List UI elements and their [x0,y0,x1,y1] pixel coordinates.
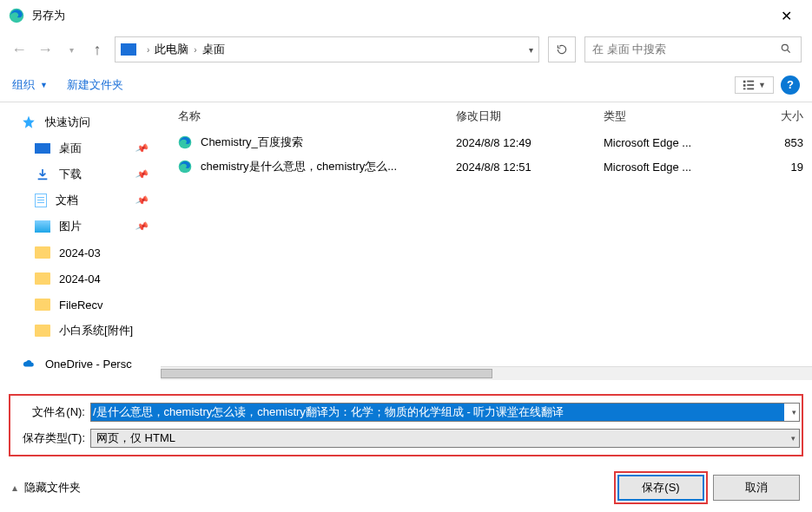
recent-locations-button[interactable]: ▾ [63,45,80,55]
sidebar-item-desktop[interactable]: 桌面 📌 [0,135,161,161]
file-type: Microsoft Edge ... [604,136,743,149]
search-input[interactable]: 在 桌面 中搜索 [584,36,802,62]
edge-icon [178,135,192,149]
form-area: 文件名(N): /是什么意思，chemistry怎么读，chemistry翻译为… [0,380,812,462]
filetype-combo[interactable]: 网页，仅 HTML ▾ [90,429,800,448]
sidebar-label: FileRecv [59,299,103,312]
file-date: 2024/8/8 12:51 [456,161,604,174]
up-button[interactable]: ↑ [89,41,106,59]
close-button[interactable]: ✕ [769,8,803,24]
organize-button[interactable]: 组织 ▼ [12,77,48,93]
sidebar-quick-access[interactable]: 快速访问 [0,109,161,135]
breadcrumb-sep-icon: › [194,45,196,55]
sidebar-label: 快速访问 [45,115,90,130]
pictures-icon [35,220,50,233]
edge-icon [9,8,24,23]
search-icon [780,43,792,57]
column-header-name[interactable]: 名称 [178,108,456,124]
filetype-label: 保存类型(T): [12,430,90,446]
refresh-button[interactable] [548,36,576,62]
view-options-button[interactable]: ▼ [735,76,774,94]
address-bar[interactable]: › 此电脑 › 桌面 ▾ [115,36,539,62]
svg-rect-7 [747,84,754,86]
file-size: 19 [743,161,812,174]
help-button[interactable]: ? [781,75,800,95]
sidebar-label: 桌面 [59,141,82,156]
address-dropdown-icon[interactable]: ▾ [529,45,533,55]
sidebar-label: 2024-04 [59,272,101,286]
chevron-down-icon[interactable]: ▾ [792,408,796,417]
highlighted-form-box: 文件名(N): /是什么意思，chemistry怎么读，chemistry翻译为… [9,394,803,456]
cancel-button[interactable]: 取消 [713,475,800,501]
chevron-down-icon: ▼ [40,81,48,89]
svg-rect-5 [743,88,746,89]
sidebar-label: 文档 [56,193,78,208]
nav-bar: ← → ▾ ↑ › 此电脑 › 桌面 ▾ 在 桌面 中搜索 [0,31,812,68]
svg-rect-4 [743,84,746,87]
pin-icon: 📌 [135,219,150,233]
file-list-header: 名称 修改日期 类型 大小 [161,102,812,130]
file-type: Microsoft Edge ... [604,161,743,174]
column-header-size[interactable]: 大小 [743,108,812,124]
save-button[interactable]: 保存(S) [617,475,704,501]
organize-label: 组织 [12,77,35,93]
sidebar-item-documents[interactable]: 文档 📌 [0,187,161,213]
file-date: 2024/8/8 12:49 [456,136,604,149]
star-icon [21,115,36,130]
column-header-date[interactable]: 修改日期 [456,108,604,124]
sidebar-item-folder2[interactable]: 2024-04 [0,266,161,292]
chevron-down-icon: ▾ [791,434,795,443]
folder-icon [35,246,50,259]
cloud-icon [21,356,36,371]
pin-icon: 📌 [135,167,150,181]
folder-icon [35,299,50,311]
horizontal-scrollbar[interactable] [161,366,812,380]
footer: ▴ 隐藏文件夹 保存(S) 取消 [0,463,812,512]
sidebar-item-folder4[interactable]: 小白系统[附件] [0,318,161,344]
save-label: 保存(S) [642,480,679,496]
svg-line-2 [788,49,790,52]
file-list-area: 名称 修改日期 类型 大小 Chemistry_百度搜索 2024/8/8 12… [161,102,812,380]
folder-icon [35,272,50,285]
pin-icon: 📌 [135,141,150,155]
sidebar: 快速访问 桌面 📌 下载 📌 文档 📌 图片 📌 2024-03 2 [0,102,161,380]
column-header-type[interactable]: 类型 [604,108,743,124]
search-placeholder: 在 桌面 中搜索 [592,42,666,57]
sidebar-item-folder1[interactable]: 2024-03 [0,240,161,266]
sidebar-item-downloads[interactable]: 下载 📌 [0,161,161,187]
cancel-label: 取消 [745,480,768,496]
hide-folders-button[interactable]: 隐藏文件夹 [24,480,609,496]
chevron-down-icon: ▼ [758,81,766,89]
breadcrumb-desktop[interactable]: 桌面 [202,42,225,57]
chevron-up-icon[interactable]: ▴ [12,482,17,494]
sidebar-label: 2024-03 [59,246,101,259]
sidebar-label: 小白系统[附件] [59,323,133,338]
documents-icon [35,194,47,207]
desktop-icon [35,143,50,154]
svg-point-1 [782,44,788,50]
svg-rect-6 [747,80,754,82]
pin-icon: 📌 [135,193,150,207]
file-name: chemistry是什么意思，chemistry怎么... [201,159,397,174]
folder-icon [35,325,50,337]
new-folder-button[interactable]: 新建文件夹 [67,77,123,93]
downloads-icon [35,167,50,182]
back-button[interactable]: ← [10,41,28,59]
new-folder-label: 新建文件夹 [67,77,123,93]
forward-button[interactable]: → [36,41,54,59]
main-area: 快速访问 桌面 📌 下载 📌 文档 📌 图片 📌 2024-03 2 [0,102,812,380]
file-row[interactable]: Chemistry_百度搜索 2024/8/8 12:49 Microsoft … [161,130,812,154]
view-icon [743,79,755,91]
filetype-value: 网页，仅 HTML [96,430,175,446]
svg-rect-3 [743,80,746,82]
filename-label: 文件名(N): [12,404,90,420]
pc-icon [121,43,136,56]
sidebar-label: 下载 [59,167,82,182]
sidebar-onedrive[interactable]: OneDrive - Persc [0,351,161,377]
breadcrumb-this-pc[interactable]: 此电脑 [155,42,188,57]
file-name: Chemistry_百度搜索 [201,135,303,150]
refresh-icon [556,43,568,56]
sidebar-item-folder3[interactable]: FileRecv [0,292,161,318]
sidebar-item-pictures[interactable]: 图片 📌 [0,213,161,240]
file-row[interactable]: chemistry是什么意思，chemistry怎么... 2024/8/8 1… [161,154,812,179]
